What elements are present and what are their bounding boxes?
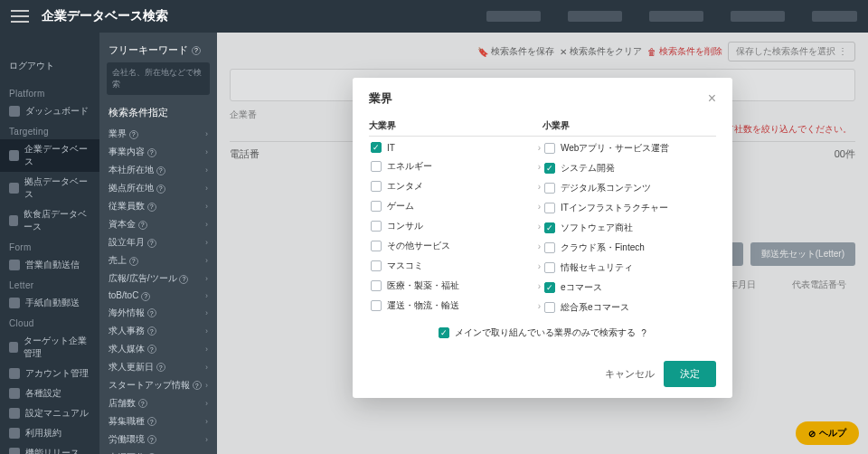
hamburger-icon[interactable] bbox=[11, 10, 29, 23]
keyword-search-input[interactable]: 会社名、所在地などで検索 bbox=[107, 62, 210, 95]
filter-row[interactable]: 設立年月 ?› bbox=[99, 233, 217, 251]
cancel-button[interactable]: キャンセル bbox=[605, 361, 655, 387]
chevron-right-icon: › bbox=[538, 182, 541, 192]
industry-option[interactable]: その他サービス› bbox=[369, 236, 542, 256]
filter-row[interactable]: 資本金 ?› bbox=[99, 215, 217, 233]
filter-row[interactable]: 募集職種 ?› bbox=[99, 412, 217, 430]
help-fab[interactable]: ⊘ヘルプ bbox=[796, 421, 859, 445]
chevron-right-icon: › bbox=[205, 238, 208, 247]
filter-label: 拠点所在地 ? bbox=[108, 182, 165, 194]
sidebar-item[interactable]: アカウント管理 bbox=[0, 364, 99, 383]
checkbox[interactable] bbox=[544, 163, 555, 174]
chevron-right-icon: › bbox=[538, 162, 541, 172]
sidebar-section: Targeting bbox=[0, 121, 99, 139]
chevron-right-icon: › bbox=[538, 261, 541, 271]
topbar-right bbox=[486, 11, 857, 22]
industry-option[interactable]: エネルギー› bbox=[369, 156, 542, 176]
filter-row[interactable]: スタートアップ情報 ?› bbox=[99, 376, 217, 394]
close-icon[interactable]: × bbox=[708, 90, 716, 107]
info-icon: ? bbox=[156, 363, 165, 372]
filter-row[interactable]: 上場区分 ?› bbox=[99, 449, 217, 455]
filter-label: 事業内容 ? bbox=[108, 146, 156, 158]
industry-option[interactable]: クラウド系・Fintech bbox=[542, 238, 716, 258]
filter-row[interactable]: 求人更新日 ?› bbox=[99, 358, 217, 376]
checkbox[interactable] bbox=[371, 161, 382, 172]
checkbox[interactable] bbox=[544, 203, 555, 213]
checkbox[interactable] bbox=[371, 300, 382, 311]
checkbox[interactable] bbox=[371, 260, 382, 271]
filter-row[interactable]: 広報/広告/ツール ?› bbox=[99, 270, 217, 288]
sidebar-item[interactable]: ターゲット企業管理 bbox=[0, 331, 99, 364]
checkbox[interactable] bbox=[544, 242, 555, 253]
info-icon: ? bbox=[641, 328, 646, 338]
checkbox[interactable] bbox=[544, 183, 555, 194]
filter-row[interactable]: 業界 ?› bbox=[99, 125, 217, 143]
filter-row[interactable]: 拠点所在地 ?› bbox=[99, 179, 217, 197]
main-only-checkbox[interactable] bbox=[439, 327, 449, 338]
sidebar-item[interactable]: 設定マニュアル bbox=[0, 403, 99, 423]
info-icon: ? bbox=[156, 166, 165, 175]
sidebar-item[interactable]: 飲食店データベース bbox=[0, 204, 99, 237]
checkbox[interactable] bbox=[544, 282, 555, 293]
industry-option[interactable]: 医療・製薬・福祉› bbox=[369, 276, 542, 296]
filter-row[interactable]: 労働環境 ?› bbox=[99, 430, 217, 449]
checkbox[interactable] bbox=[371, 221, 382, 232]
filter-row[interactable]: 事業内容 ?› bbox=[99, 143, 217, 161]
filter-label: 募集職種 ? bbox=[108, 415, 156, 428]
industry-option[interactable]: 運送・物流・輸送› bbox=[369, 296, 542, 316]
checkbox[interactable] bbox=[371, 241, 382, 251]
sidebar-item[interactable]: 企業データベース bbox=[0, 139, 99, 172]
industry-option[interactable]: Webアプリ・サービス運営 bbox=[542, 138, 716, 158]
sidebar-item[interactable]: 拠点データベース bbox=[0, 172, 99, 204]
option-label: ITインフラストラクチャー bbox=[561, 202, 668, 214]
checkbox[interactable] bbox=[371, 142, 382, 153]
filter-row[interactable]: 求人事務 ?› bbox=[99, 322, 217, 340]
industry-option[interactable]: ゲーム› bbox=[369, 196, 542, 216]
chevron-right-icon: › bbox=[538, 143, 541, 153]
nav-icon bbox=[9, 428, 20, 439]
info-icon: ? bbox=[147, 239, 156, 248]
industry-option[interactable]: 情報セキュリティ bbox=[542, 258, 716, 278]
checkbox[interactable] bbox=[371, 201, 382, 212]
sidebar-item[interactable]: 営業自動送信 bbox=[0, 255, 99, 275]
ok-button[interactable]: 決定 bbox=[664, 361, 716, 387]
criteria-title: 検索条件指定 bbox=[99, 104, 217, 125]
industry-option[interactable]: システム開発 bbox=[542, 158, 716, 178]
filter-row[interactable]: 売上 ?› bbox=[99, 251, 217, 270]
checkbox[interactable] bbox=[544, 302, 555, 313]
chevron-right-icon: › bbox=[205, 184, 208, 193]
sidebar-item[interactable]: ダッシュボード bbox=[0, 101, 99, 121]
filter-label: toB/toC ? bbox=[108, 290, 150, 301]
chevron-right-icon: › bbox=[205, 147, 208, 156]
filter-row[interactable]: 本社所在地 ?› bbox=[99, 161, 217, 179]
industry-option[interactable]: ITインフラストラクチャー bbox=[542, 198, 716, 218]
industry-option[interactable]: IT› bbox=[369, 138, 542, 156]
chevron-right-icon: › bbox=[538, 202, 541, 212]
main-only-checkbox-row[interactable]: メインで取り組んでいる業界のみで検索する ? bbox=[369, 317, 716, 345]
sidebar-item[interactable]: 手紙自動郵送 bbox=[0, 293, 99, 313]
checkbox[interactable] bbox=[544, 143, 555, 154]
industry-option[interactable]: エンタメ› bbox=[369, 176, 542, 196]
info-icon: ? bbox=[141, 292, 150, 301]
filter-row[interactable]: 海外情報 ?› bbox=[99, 304, 217, 322]
checkbox[interactable] bbox=[544, 262, 555, 273]
industry-option[interactable]: ソフトウェア商社 bbox=[542, 218, 716, 238]
filter-row[interactable]: 店舗数 ?› bbox=[99, 394, 217, 412]
filter-row[interactable]: 求人媒体 ?› bbox=[99, 340, 217, 358]
filter-row[interactable]: 従業員数 ?› bbox=[99, 197, 217, 215]
industry-option[interactable]: デジタル系コンテンツ bbox=[542, 178, 716, 198]
modal-overlay[interactable]: 業界 × 大業界 IT›エネルギー›エンタメ›ゲーム›コンサル›その他サービス›… bbox=[217, 33, 868, 454]
checkbox[interactable] bbox=[544, 222, 555, 233]
checkbox[interactable] bbox=[371, 181, 382, 192]
filter-row[interactable]: toB/toC ?› bbox=[99, 288, 217, 304]
industry-option[interactable]: eコマース bbox=[542, 278, 716, 298]
sidebar-item[interactable]: 機能リリース bbox=[0, 443, 99, 454]
industry-option[interactable]: コンサル› bbox=[369, 216, 542, 236]
industry-option[interactable]: 総合系eコマース bbox=[542, 298, 716, 317]
logout-link[interactable]: ログアウト bbox=[9, 60, 90, 72]
sidebar-item-label: 機能リリース bbox=[25, 447, 80, 454]
industry-option[interactable]: マスコミ› bbox=[369, 256, 542, 276]
checkbox[interactable] bbox=[371, 280, 382, 291]
sidebar-item[interactable]: 各種設定 bbox=[0, 383, 99, 403]
sidebar-item[interactable]: 利用規約 bbox=[0, 423, 99, 443]
